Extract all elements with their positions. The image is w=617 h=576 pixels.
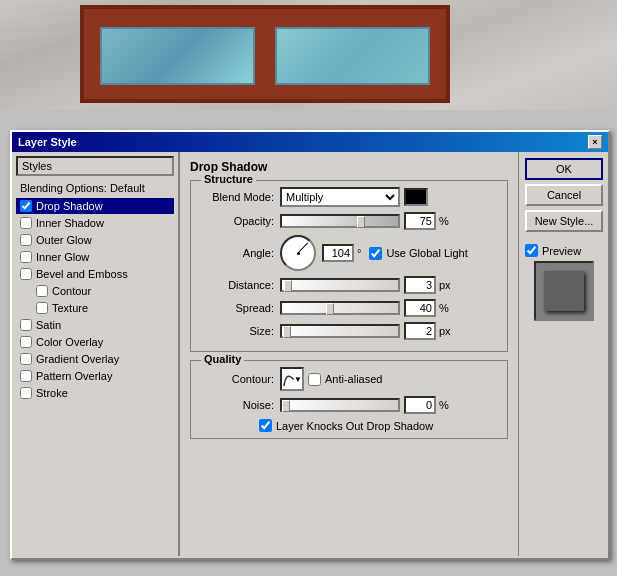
size-input[interactable]	[404, 322, 436, 340]
sidebar-item-contour[interactable]: Contour	[16, 283, 174, 299]
styles-header[interactable]: Styles	[16, 156, 174, 176]
sidebar-item-pattern-overlay[interactable]: Pattern Overlay	[16, 368, 174, 384]
preview-box	[534, 261, 594, 321]
opacity-row: Opacity: %	[199, 212, 499, 230]
distance-slider[interactable]	[280, 278, 400, 292]
distance-input[interactable]	[404, 276, 436, 294]
left-panel: Styles Blending Options: Default Drop Sh…	[12, 152, 180, 556]
opacity-thumb[interactable]	[357, 216, 365, 228]
blend-mode-label: Blend Mode:	[199, 191, 274, 203]
close-button[interactable]: ×	[588, 135, 602, 149]
outer-glow-label: Outer Glow	[36, 234, 92, 246]
section-main-title: Drop Shadow	[190, 160, 508, 174]
color-overlay-label: Color Overlay	[36, 336, 103, 348]
sidebar-item-color-overlay[interactable]: Color Overlay	[16, 334, 174, 350]
blend-mode-row: Blend Mode: Multiply Normal Screen Overl…	[199, 187, 499, 207]
sidebar-item-texture[interactable]: Texture	[16, 300, 174, 316]
right-section: Drop Shadow Structure Blend Mode: Multip…	[180, 152, 608, 556]
preview-checkbox[interactable]	[525, 244, 538, 257]
sidebar-item-inner-glow[interactable]: Inner Glow	[16, 249, 174, 265]
gradient-overlay-label: Gradient Overlay	[36, 353, 119, 365]
buttons-panel: OK Cancel New Style... Preview	[518, 152, 608, 556]
structure-label: Structure	[201, 173, 256, 185]
global-light-checkbox[interactable]	[369, 247, 382, 260]
contour-curve-icon	[282, 370, 294, 388]
shadow-color-swatch[interactable]	[404, 188, 428, 206]
stroke-checkbox[interactable]	[20, 387, 32, 399]
distance-unit: px	[439, 279, 451, 291]
contour-checkbox[interactable]	[36, 285, 48, 297]
color-overlay-checkbox[interactable]	[20, 336, 32, 348]
distance-row: Distance: px	[199, 276, 499, 294]
angle-dial[interactable]	[280, 235, 316, 271]
opacity-unit: %	[439, 215, 449, 227]
angle-unit: °	[357, 247, 361, 259]
anti-aliased-checkbox[interactable]	[308, 373, 321, 386]
sidebar-item-drop-shadow[interactable]: Drop Shadow	[16, 198, 174, 214]
contour-form-label: Contour:	[199, 373, 274, 385]
layer-knocks-checkbox[interactable]	[259, 419, 272, 432]
dialog-title: Layer Style	[18, 136, 77, 148]
blending-options-item[interactable]: Blending Options: Default	[16, 180, 174, 196]
layer-knocks-label: Layer Knocks Out Drop Shadow	[259, 419, 433, 432]
sidebar-item-bevel-emboss[interactable]: Bevel and Emboss	[16, 266, 174, 282]
sidebar-item-satin[interactable]: Satin	[16, 317, 174, 333]
size-unit: px	[439, 325, 451, 337]
texture-checkbox[interactable]	[36, 302, 48, 314]
gradient-overlay-checkbox[interactable]	[20, 353, 32, 365]
satin-checkbox[interactable]	[20, 319, 32, 331]
ok-button[interactable]: OK	[525, 158, 603, 180]
stroke-label: Stroke	[36, 387, 68, 399]
cancel-button[interactable]: Cancel	[525, 184, 603, 206]
sidebar-item-gradient-overlay[interactable]: Gradient Overlay	[16, 351, 174, 367]
opacity-label: Opacity:	[199, 215, 274, 227]
dialog-titlebar: Layer Style ×	[12, 132, 608, 152]
contour-label: Contour	[52, 285, 91, 297]
main-content: Drop Shadow Structure Blend Mode: Multip…	[180, 152, 518, 556]
preview-area: Preview	[525, 244, 603, 321]
spread-row: Spread: %	[199, 299, 499, 317]
new-style-button[interactable]: New Style...	[525, 210, 603, 232]
inner-shadow-checkbox[interactable]	[20, 217, 32, 229]
structure-section: Structure Blend Mode: Multiply Normal Sc…	[190, 180, 508, 352]
drop-shadow-checkbox[interactable]	[20, 200, 32, 212]
noise-input[interactable]	[404, 396, 436, 414]
inner-glow-checkbox[interactable]	[20, 251, 32, 263]
distance-thumb[interactable]	[284, 280, 292, 292]
screenshot-background	[0, 0, 617, 110]
angle-input[interactable]	[322, 244, 354, 262]
sidebar-item-inner-shadow[interactable]: Inner Shadow	[16, 215, 174, 231]
dialog-body: Styles Blending Options: Default Drop Sh…	[12, 152, 608, 556]
blend-mode-select[interactable]: Multiply Normal Screen Overlay	[280, 187, 400, 207]
spread-label: Spread:	[199, 302, 274, 314]
satin-label: Satin	[36, 319, 61, 331]
size-slider[interactable]	[280, 324, 400, 338]
bevel-emboss-label: Bevel and Emboss	[36, 268, 128, 280]
preview-label: Preview	[525, 244, 603, 257]
layer-style-dialog: Layer Style × Styles Blending Options: D…	[10, 130, 610, 560]
contour-dropdown-arrow: ▼	[294, 375, 302, 384]
texture-label: Texture	[52, 302, 88, 314]
inner-glow-label: Inner Glow	[36, 251, 89, 263]
sidebar-item-stroke[interactable]: Stroke	[16, 385, 174, 401]
size-row: Size: px	[199, 322, 499, 340]
spread-slider[interactable]	[280, 301, 400, 315]
opacity-slider[interactable]	[280, 214, 400, 228]
inner-shadow-label: Inner Shadow	[36, 217, 104, 229]
angle-label: Angle:	[199, 247, 274, 259]
anti-aliased-label: Anti-aliased	[308, 373, 382, 386]
sidebar-item-outer-glow[interactable]: Outer Glow	[16, 232, 174, 248]
noise-slider[interactable]	[280, 398, 400, 412]
contour-preview[interactable]: ▼	[280, 367, 304, 391]
noise-thumb[interactable]	[282, 400, 290, 412]
opacity-input[interactable]	[404, 212, 436, 230]
spread-thumb[interactable]	[326, 303, 334, 315]
spread-input[interactable]	[404, 299, 436, 317]
quality-label: Quality	[201, 353, 244, 365]
pattern-overlay-checkbox[interactable]	[20, 370, 32, 382]
size-thumb[interactable]	[283, 326, 291, 338]
bevel-emboss-checkbox[interactable]	[20, 268, 32, 280]
quality-section: Quality Contour: ▼ Anti-aliased	[190, 360, 508, 439]
distance-label: Distance:	[199, 279, 274, 291]
outer-glow-checkbox[interactable]	[20, 234, 32, 246]
